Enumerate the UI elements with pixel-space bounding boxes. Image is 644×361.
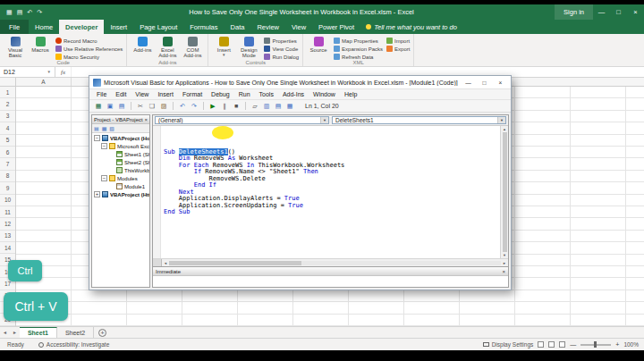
dropdown-arrow-icon[interactable]: ▼	[497, 117, 505, 123]
tabs-scroll-left-icon[interactable]: ◄	[0, 327, 10, 338]
scroll-down-icon[interactable]: ▼	[503, 253, 506, 257]
tell-me-box[interactable]: Tell me what you want to do	[360, 20, 462, 34]
vba-minimize-icon[interactable]: —	[462, 77, 475, 88]
project-explorer-icon[interactable]: ▥	[262, 102, 271, 111]
scroll-up-icon[interactable]: ▲	[503, 127, 506, 131]
vba-restore-icon[interactable]: □	[478, 77, 491, 88]
row-header-3[interactable]: 3	[0, 111, 15, 122]
close-icon[interactable]: ×	[627, 4, 644, 20]
row-header-13[interactable]: 13	[0, 231, 15, 242]
redo-icon[interactable]: ↷	[37, 9, 42, 15]
ribbon-record-macro-button[interactable]: Record Macro	[55, 38, 123, 44]
collapse-icon[interactable]: −	[101, 175, 107, 181]
page-layout-view-icon[interactable]	[548, 341, 555, 348]
ribbon-visual-basic-button[interactable]: Visual Basic	[4, 36, 27, 59]
row-header-2[interactable]: 2	[0, 98, 15, 110]
ribbon-add-ins-button[interactable]: Add-ins	[131, 36, 154, 59]
ribbon-refresh-data-button[interactable]: Refresh Data	[334, 54, 383, 60]
code-editor[interactable]: Sub DeleteSheets1() Dim RemoveWS As Work…	[161, 126, 500, 258]
vba-menu-debug[interactable]: Debug	[207, 91, 234, 97]
immediate-input[interactable]	[153, 276, 508, 287]
view-object-icon[interactable]: ▦	[102, 126, 107, 131]
zoom-slider[interactable]	[580, 344, 611, 346]
tree-item-sheet2-she[interactable]: Sheet2 (She...	[92, 158, 149, 166]
tab-formulas[interactable]: Formulas	[183, 20, 224, 34]
row-header-8[interactable]: 8	[0, 171, 15, 182]
insert-function-button[interactable]: fx	[55, 67, 72, 77]
ribbon-map-properties-button[interactable]: Map Properties	[334, 38, 383, 44]
ribbon-expansion-packs-button[interactable]: Expansion Packs	[334, 46, 383, 52]
ribbon-design-mode-button[interactable]: Design Mode	[237, 36, 260, 59]
collapse-icon[interactable]: −	[101, 143, 107, 149]
ribbon-import-button[interactable]: Import	[386, 38, 410, 44]
redo-icon[interactable]: ↷	[190, 102, 199, 111]
hscroll-track[interactable]	[169, 261, 501, 265]
name-box[interactable]: D12 ▼	[0, 67, 55, 77]
vba-menu-window[interactable]: Window	[309, 91, 340, 97]
tab-view[interactable]: View	[285, 20, 312, 34]
ribbon-export-button[interactable]: Export	[386, 46, 410, 52]
page-break-view-icon[interactable]	[559, 341, 565, 348]
copy-icon[interactable]: ❏	[148, 102, 157, 111]
expand-icon[interactable]: +	[94, 191, 100, 197]
vba-menu-help[interactable]: Help	[340, 91, 361, 97]
row-header-12[interactable]: 12	[0, 218, 15, 230]
row-header-5[interactable]: 5	[0, 135, 15, 147]
tree-item-module1[interactable]: Module1	[92, 182, 149, 190]
save-icon[interactable]: ▤	[17, 9, 23, 15]
toggle-folders-icon[interactable]: ▧	[109, 126, 114, 131]
split-box[interactable]	[153, 259, 162, 266]
tab-data[interactable]: Data	[225, 20, 251, 34]
code-vertical-scrollbar[interactable]: ▲ ▼	[500, 126, 508, 258]
tab-file[interactable]: File	[0, 20, 29, 34]
procedure-dropdown[interactable]: DeleteSheets1 ▼	[332, 116, 506, 124]
select-all-corner[interactable]	[0, 78, 16, 87]
vba-menu-file[interactable]: File	[92, 91, 111, 97]
tab-page-layout[interactable]: Page Layout	[133, 20, 183, 34]
row-header-4[interactable]: 4	[0, 122, 15, 134]
accessibility-status[interactable]: Accessibility: Investigate	[38, 341, 109, 348]
tab-insert[interactable]: Insert	[104, 20, 133, 34]
scroll-left-icon[interactable]: ◄	[162, 261, 169, 265]
save-icon[interactable]: ▤	[117, 102, 126, 111]
tree-item-modules[interactable]: −Modules	[92, 174, 149, 182]
vba-menu-format[interactable]: Format	[178, 91, 207, 97]
display-settings-button[interactable]: Display Settings	[483, 341, 534, 348]
sheet-tab-sheet1[interactable]: Sheet1	[20, 327, 57, 338]
scroll-right-icon[interactable]: ►	[501, 261, 508, 265]
tab-home[interactable]: Home	[29, 20, 59, 34]
ribbon-com-add-ins-button[interactable]: COM Add-ins	[181, 36, 204, 59]
code-horizontal-scrollbar[interactable]: ◄ ►	[153, 258, 508, 266]
sheet-tab-sheet2[interactable]: Sheet2	[57, 327, 94, 338]
normal-view-icon[interactable]	[538, 341, 544, 348]
row-header-1[interactable]: 1	[0, 87, 15, 98]
object-browser-icon[interactable]: ▦	[285, 102, 294, 111]
view-excel-icon[interactable]: ▦	[94, 102, 103, 111]
insert-userform-icon[interactable]: ▣	[106, 102, 114, 111]
ribbon-macro-security-button[interactable]: Macro Security	[55, 54, 123, 60]
properties-window-icon[interactable]: ▤	[274, 102, 283, 111]
sign-in-button[interactable]: Sign in	[555, 4, 593, 20]
column-header-a[interactable]: A	[16, 78, 72, 86]
design-mode-icon[interactable]: ▱	[250, 102, 259, 111]
scrollbar-thumb[interactable]	[503, 132, 507, 252]
tab-review[interactable]: Review	[250, 20, 285, 34]
view-code-icon[interactable]: ▤	[94, 126, 99, 131]
immediate-close-icon[interactable]: ×	[502, 269, 505, 274]
run-icon[interactable]: ▶	[208, 102, 217, 111]
ribbon-use-relative-references-button[interactable]: Use Relative References	[55, 46, 123, 52]
vba-menu-view[interactable]: View	[131, 91, 153, 97]
vba-menu-tools[interactable]: Tools	[255, 91, 278, 97]
undo-icon[interactable]: ↶	[27, 9, 32, 15]
tree-item-vbaproject-how[interactable]: −VBAProject (How...	[92, 134, 149, 142]
vba-menu-edit[interactable]: Edit	[111, 91, 131, 97]
row-header-11[interactable]: 11	[0, 206, 15, 218]
row-header-6[interactable]: 6	[0, 147, 15, 158]
tree-item-thisworkbook[interactable]: ThisWorkbook	[92, 166, 149, 174]
hscroll-thumb[interactable]	[169, 261, 301, 265]
dropdown-arrow-icon[interactable]: ▼	[320, 117, 328, 123]
reset-icon[interactable]: ■	[232, 102, 241, 111]
tabs-scroll-right-icon[interactable]: ►	[10, 327, 20, 338]
vba-menu-insert[interactable]: Insert	[153, 91, 178, 97]
tab-power-pivot[interactable]: Power Pivot	[312, 20, 360, 34]
